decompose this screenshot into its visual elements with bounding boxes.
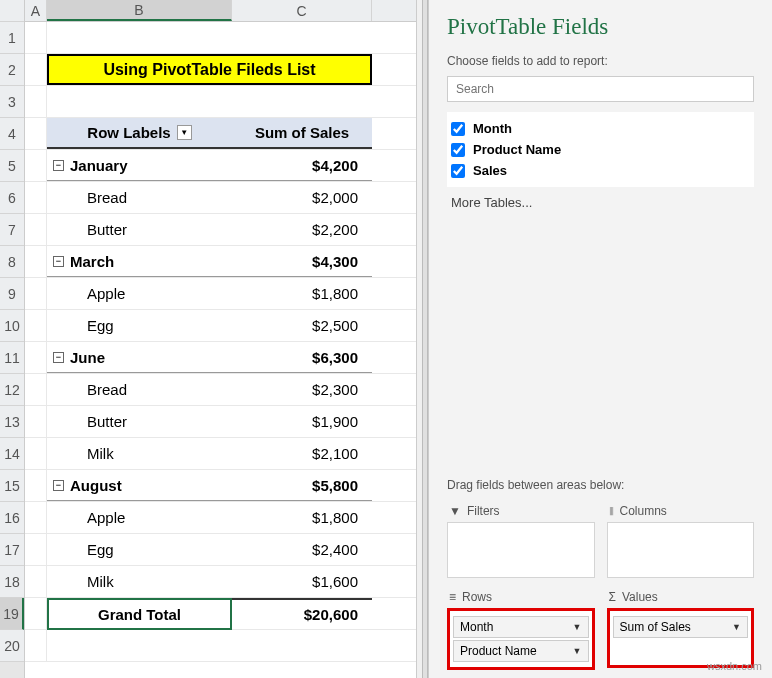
row-header[interactable]: 4 [0,118,24,150]
chevron-down-icon[interactable]: ▼ [573,646,582,656]
cell[interactable]: $6,300 [232,342,372,373]
field-checkbox[interactable] [451,164,465,178]
cell[interactable] [25,278,47,309]
cell[interactable]: $2,400 [232,534,372,565]
cell[interactable]: $1,600 [232,566,372,597]
cell[interactable]: −August [47,470,232,501]
cell[interactable] [25,214,47,245]
values-area[interactable]: ΣValues Sum of Sales▼ [607,586,755,670]
row-header[interactable]: 19 [0,598,24,630]
cell[interactable]: Bread [47,374,232,405]
cell[interactable]: $4,300 [232,246,372,277]
area-tag[interactable]: Sum of Sales▼ [613,616,749,638]
row-header[interactable]: 14 [0,438,24,470]
cell[interactable] [25,310,47,341]
cell[interactable] [25,342,47,373]
field-checkbox[interactable] [451,143,465,157]
cell[interactable]: Grand Total [47,598,232,629]
cell[interactable]: Butter [47,214,232,245]
cell[interactable]: Butter [47,406,232,437]
row-header[interactable]: 20 [0,630,24,662]
cell[interactable]: Milk [47,438,232,469]
cell[interactable]: Row Labels▼ [47,118,232,149]
collapse-icon[interactable]: − [53,352,64,363]
cell[interactable]: $2,000 [232,182,372,213]
cell[interactable] [25,54,47,85]
cell[interactable] [47,630,232,661]
cell[interactable] [25,246,47,277]
row-header[interactable]: 18 [0,566,24,598]
values-drop[interactable]: Sum of Sales▼ [607,608,755,668]
cell[interactable] [25,118,47,149]
field-item[interactable]: Sales [447,160,754,181]
row-header[interactable]: 17 [0,534,24,566]
cell[interactable]: $2,200 [232,214,372,245]
cell[interactable] [25,470,47,501]
cell[interactable] [232,22,372,53]
cell[interactable] [25,534,47,565]
chevron-down-icon[interactable]: ▼ [732,622,741,632]
collapse-icon[interactable]: − [53,256,64,267]
row-header[interactable]: 11 [0,342,24,374]
collapse-icon[interactable]: − [53,480,64,491]
cell[interactable]: −March [47,246,232,277]
cell[interactable]: $1,800 [232,502,372,533]
cell[interactable]: Egg [47,310,232,341]
search-input[interactable] [447,76,754,102]
row-header[interactable]: 3 [0,86,24,118]
row-header[interactable]: 5 [0,150,24,182]
cell[interactable] [25,22,47,53]
rows-drop[interactable]: Month▼Product Name▼ [447,608,595,670]
row-header[interactable]: 13 [0,406,24,438]
cell[interactable]: Sum of Sales [232,118,372,149]
cell[interactable] [232,630,372,661]
chevron-down-icon[interactable]: ▼ [573,622,582,632]
title-cell[interactable]: Using PivotTable Fileds List [47,54,372,85]
cell[interactable]: $2,100 [232,438,372,469]
filters-drop[interactable] [447,522,595,578]
cell[interactable] [47,86,232,117]
cell[interactable]: Milk [47,566,232,597]
row-header[interactable]: 9 [0,278,24,310]
cell[interactable]: −June [47,342,232,373]
cell[interactable] [25,150,47,181]
cell[interactable]: $2,300 [232,374,372,405]
cell[interactable] [25,374,47,405]
columns-area[interactable]: ⦀Columns [607,500,755,578]
cell[interactable] [25,182,47,213]
field-checkbox[interactable] [451,122,465,136]
cell[interactable] [25,86,47,117]
collapse-icon[interactable]: − [53,160,64,171]
columns-drop[interactable] [607,522,755,578]
cell[interactable]: $4,200 [232,150,372,181]
filter-dropdown-icon[interactable]: ▼ [177,125,192,140]
area-tag[interactable]: Product Name▼ [453,640,589,662]
cell[interactable] [25,438,47,469]
row-header[interactable]: 2 [0,54,24,86]
area-tag[interactable]: Month▼ [453,616,589,638]
field-item[interactable]: Month [447,118,754,139]
row-header[interactable]: 10 [0,310,24,342]
rows-area[interactable]: ≡Rows Month▼Product Name▼ [447,586,595,670]
cell[interactable]: Bread [47,182,232,213]
field-item[interactable]: Product Name [447,139,754,160]
row-header[interactable]: 6 [0,182,24,214]
cell[interactable]: $20,600 [232,598,372,629]
more-tables-link[interactable]: More Tables... [447,187,754,218]
cell[interactable]: Apple [47,278,232,309]
cell[interactable] [25,406,47,437]
row-header[interactable]: 8 [0,246,24,278]
cell[interactable]: −January [47,150,232,181]
row-header[interactable]: 7 [0,214,24,246]
select-all-corner[interactable] [0,0,24,22]
cell[interactable] [232,86,372,117]
cell[interactable]: $2,500 [232,310,372,341]
row-header[interactable]: 15 [0,470,24,502]
row-header[interactable]: 1 [0,22,24,54]
cell[interactable]: $1,900 [232,406,372,437]
cell[interactable] [47,22,232,53]
cell[interactable] [25,598,47,629]
cell[interactable]: Egg [47,534,232,565]
col-header-a[interactable]: A [25,0,47,21]
cell[interactable]: $5,800 [232,470,372,501]
